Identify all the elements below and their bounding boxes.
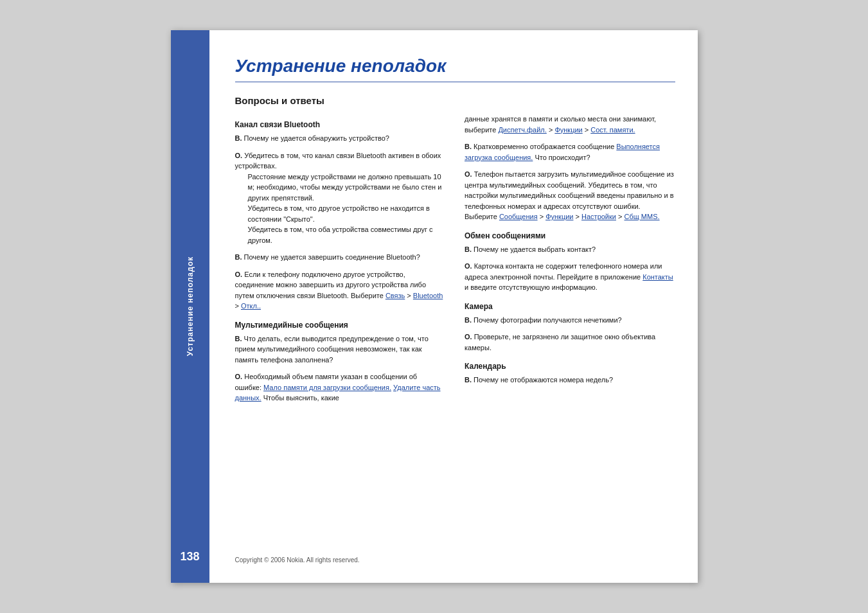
page-number: 138 (171, 550, 209, 564)
link-sost-pamyati[interactable]: Сост. памяти. (590, 126, 635, 134)
subsection-messaging-title: Обмен сообщениями (465, 231, 675, 240)
question-7: В. Почему не отображаются номера недель? (465, 375, 675, 386)
two-column-layout: Канал связи Bluetooth В. Почему не удает… (235, 114, 675, 544)
link-nastroyki[interactable]: Настройки (581, 213, 616, 220)
right-column: данные хранятся в памяти и сколько места… (465, 114, 675, 544)
question-1: В. Почему не удается обнаружить устройст… (235, 133, 446, 144)
answer-3: О. Необходимый объем памяти указан в соо… (235, 371, 446, 404)
sidebar-label: Устранение неполадок (186, 256, 195, 356)
qa-block-13: В. Почему не отображаются номера недель? (465, 375, 675, 386)
question-3: В. Что делать, если выводится предупрежд… (235, 333, 446, 366)
answer-1-extra-2: Убедитесь в том, что другое устройство н… (235, 203, 446, 224)
qa-block-7: В. Кратковременно отображается сообщение… (465, 141, 675, 163)
continuation-text: данные хранятся в памяти и сколько места… (465, 114, 675, 135)
left-column: Канал связи Bluetooth В. Почему не удает… (235, 114, 446, 544)
answer-5: О. Карточка контакта не содержит телефон… (465, 261, 675, 293)
qa-block-3: В. Почему не удается завершить соединени… (235, 252, 446, 263)
link-funktsii-2[interactable]: Функции (545, 213, 573, 220)
link-sbsh-mms[interactable]: Сбщ MMS. (624, 213, 660, 220)
answer-4: О. Телефон пытается загрузить мультимеди… (465, 169, 675, 222)
answer-1-extra-1: Расстояние между устройствами не должно … (235, 172, 446, 204)
subsection-camera-title: Камера (465, 302, 675, 311)
subsection-calendar-title: Календарь (465, 362, 675, 371)
answer-6: О. Проверьте, не загрязнено ли защитное … (465, 332, 675, 353)
link-bluetooth[interactable]: Bluetooth (413, 292, 443, 299)
qa-block-8: О. Телефон пытается загрузить мультимеди… (465, 169, 675, 222)
subsection-mms-title: Мультимедийные сообщения (235, 321, 446, 330)
qa-block-6: О. Необходимый объем памяти указан в соо… (235, 371, 446, 404)
link-soobshcheniya[interactable]: Сообщения (499, 213, 538, 220)
copyright-text: Copyright © 2006 Nokia. All rights reser… (235, 556, 675, 564)
question-2: В. Почему не удается завершить соединени… (235, 252, 446, 263)
subsection-bluetooth-title: Канал связи Bluetooth (235, 120, 446, 129)
link-otkl[interactable]: Откл.. (241, 302, 261, 310)
page-container: Устранение неполадок 138 Устранение непо… (171, 30, 698, 583)
question-5: В. Почему не удается выбрать контакт? (465, 244, 675, 255)
answer-2: О. Если к телефону подключено другое уст… (235, 269, 446, 312)
answer-1: О. Убедитесь в том, что канал связи Blue… (235, 150, 446, 172)
qa-block-11: В. Почему фотографии получаются нечетким… (465, 315, 675, 326)
continuation-block: данные хранятся в памяти и сколько места… (465, 114, 675, 135)
qa-block-9: В. Почему не удается выбрать контакт? (465, 244, 675, 255)
link-kontakty[interactable]: Контакты (642, 273, 673, 281)
qa-block-12: О. Проверьте, не загрязнено ли защитное … (465, 332, 675, 353)
link-disp-fayl[interactable]: Диспетч.файл. (498, 126, 546, 134)
sidebar: Устранение неполадок 138 (171, 30, 209, 583)
link-zagruzka[interactable]: Выполняется загрузка сообщения. (465, 143, 660, 161)
qa-block-1: В. Почему не удается обнаружить устройст… (235, 133, 446, 144)
qa-block-4: О. Если к телефону подключено другое уст… (235, 269, 446, 312)
link-malo-pamyati[interactable]: Мало памяти для загрузки сообщения. (263, 384, 391, 391)
question-6: В. Почему фотографии получаются нечетким… (465, 315, 675, 326)
link-svyaz[interactable]: Связь (385, 292, 405, 299)
link-funktsii-1[interactable]: Функции (554, 126, 582, 134)
section-title: Вопросы и ответы (235, 95, 675, 106)
main-content: Устранение неполадок Вопросы и ответы Ка… (209, 30, 698, 583)
qa-block-5: В. Что делать, если выводится предупрежд… (235, 333, 446, 366)
question-4: В. Кратковременно отображается сообщение… (465, 141, 675, 163)
page-title: Устранение неполадок (235, 56, 675, 82)
qa-block-10: О. Карточка контакта не содержит телефон… (465, 261, 675, 293)
answer-1-extra-3: Убедитесь в том, что оба устройства совм… (235, 224, 446, 245)
qa-block-2: О. Убедитесь в том, что канал связи Blue… (235, 150, 446, 246)
